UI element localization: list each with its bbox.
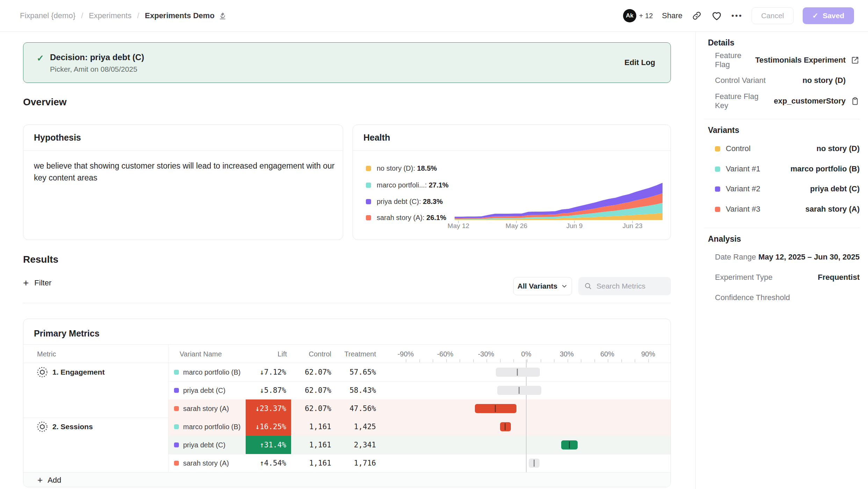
results-heading: Results: [23, 254, 58, 265]
metric-bullseye-icon: [36, 366, 48, 378]
col-variant: Variant Name: [180, 350, 222, 358]
metric-name: 1. Engagement: [52, 368, 104, 376]
saved-button[interactable]: ✓ Saved: [803, 7, 854, 24]
copy-link-icon[interactable]: [692, 10, 702, 21]
table-row[interactable]: priya debt (C) ↓5.87% 62.07% 58.43%: [23, 381, 671, 399]
breadcrumb-separator: /: [81, 11, 83, 20]
breadcrumb-separator: /: [137, 11, 139, 20]
hypothesis-title: Hypothesis: [34, 133, 81, 143]
table-header: Metric Variant Name Lift Control Treatme…: [23, 344, 671, 363]
avatar[interactable]: Ak: [623, 9, 636, 22]
variant-row-1: Variant #1 marco portfolio (B): [715, 164, 860, 174]
variant-dot: [174, 388, 179, 393]
plus-icon: +: [37, 475, 43, 486]
x-tick-label: Jun 23: [622, 222, 642, 230]
top-actions: Ak + 12 Share ••• Cancel ✓ Saved: [623, 7, 854, 24]
lift-value: ↓23.37%: [246, 399, 291, 418]
variant-dot: [174, 370, 179, 375]
variant-dot: [174, 424, 179, 429]
hypothesis-card: Hypothesis we believe that showing custo…: [23, 125, 343, 240]
variant-color-dot: [715, 186, 720, 192]
axis-label: 60%: [600, 350, 614, 358]
search-metrics-input[interactable]: [596, 282, 663, 290]
ci-marker: [534, 460, 535, 467]
plus-icon: +: [23, 279, 29, 287]
details-sidebar: Details Feature Flag Testimonials Experi…: [695, 32, 868, 489]
table-row[interactable]: sarah story (A) ↑4.54% 1,161 1,716: [23, 454, 671, 472]
metric-bullseye-icon: [36, 421, 48, 433]
variant-row-3: Variant #3 sarah story (A): [715, 204, 860, 214]
legend-dot-priya: [366, 199, 371, 204]
experiments-page: Fixpanel {demo} / Experiments / Experime…: [0, 0, 868, 489]
divider: [23, 303, 671, 303]
lift-value: ↑31.4%: [246, 436, 291, 454]
hypothesis-text: we believe that showing customer stories…: [34, 160, 341, 184]
lift-value: ↓16.25%: [246, 418, 291, 436]
variant-dot: [174, 442, 179, 447]
collaborators[interactable]: Ak + 12: [623, 9, 653, 22]
variant-name: priya debt (C): [183, 387, 225, 395]
treatment-value: 47.56%: [331, 404, 376, 413]
page-title: Experiments Demo: [145, 11, 215, 20]
breadcrumb-project[interactable]: Fixpanel {demo}: [20, 11, 75, 20]
divider: [704, 228, 860, 228]
primary-metrics-card: Primary Metrics Metric Variant Name Lift…: [23, 319, 671, 487]
legend-item: no story (D): 18.5%: [366, 164, 437, 172]
control-value: 1,161: [291, 441, 331, 449]
variant-color-dot: [715, 207, 720, 212]
add-metric-button[interactable]: + Add: [23, 472, 671, 487]
table-row[interactable]: sarah story (A) ↓23.37% 62.07% 47.56%: [23, 399, 671, 418]
variant-name: sarah story (A): [183, 459, 229, 467]
control-value: 62.07%: [291, 404, 331, 413]
control-value: 62.07%: [291, 368, 331, 376]
check-icon: ✓: [812, 12, 819, 20]
control-value: 62.07%: [291, 386, 331, 395]
ci-marker: [517, 369, 518, 376]
control-value: 1,161: [291, 423, 331, 431]
edit-log-button[interactable]: Edit Log: [624, 58, 655, 67]
search-metrics-box[interactable]: [578, 277, 671, 295]
ci-marker: [519, 387, 520, 394]
col-lift: Lift: [246, 350, 287, 358]
details-title: Details: [708, 38, 734, 48]
variant-name: priya debt (C): [183, 441, 225, 449]
decision-banner: ✓ Decision: priya debt (C) Picker, Amit …: [23, 42, 671, 83]
ci-marker: [495, 405, 496, 412]
collaborators-count[interactable]: + 12: [639, 12, 653, 20]
table-row[interactable]: 2. Sessions marco portfolio (B) ↓16.25% …: [23, 418, 671, 436]
feature-flag-row: Feature Flag Testimonials Experiment: [715, 55, 860, 65]
external-link-icon[interactable]: [851, 56, 860, 65]
legend-item: marco portfoli...: 27.1%: [366, 181, 449, 189]
col-control: Control: [291, 350, 331, 358]
clipboard-icon[interactable]: [851, 97, 860, 106]
more-options-icon[interactable]: •••: [731, 11, 743, 20]
variant-row-control: Control no story (D): [715, 143, 860, 154]
confidence-threshold-row: Confidence Threshold: [715, 292, 860, 303]
table-row[interactable]: priya debt (C) ↑31.4% 1,161 2,341: [23, 436, 671, 454]
add-filter-button[interactable]: + Filter: [23, 278, 51, 288]
health-title: Health: [363, 133, 390, 143]
cancel-button[interactable]: Cancel: [752, 7, 793, 24]
share-button[interactable]: Share: [662, 11, 682, 20]
all-variants-dropdown[interactable]: All Variants: [513, 277, 572, 295]
top-bar: Fixpanel {demo} / Experiments / Experime…: [0, 0, 868, 32]
treatment-value: 1,425: [331, 423, 376, 431]
breadcrumb: Fixpanel {demo} / Experiments / Experime…: [20, 11, 227, 20]
health-stacked-area-chart: [455, 181, 663, 224]
col-treatment: Treatment: [331, 350, 376, 358]
control-value: 1,161: [291, 459, 331, 467]
variant-color-dot: [715, 146, 720, 151]
table-row[interactable]: 1. Engagement marco portfolio (B) ↓7.12%…: [23, 363, 671, 381]
lift-value: ↑4.54%: [246, 454, 291, 472]
treatment-value: 58.43%: [331, 386, 376, 395]
ci-marker: [505, 423, 506, 430]
breadcrumb-experiments[interactable]: Experiments: [89, 11, 131, 20]
decision-title: Decision: priya debt (C): [50, 52, 144, 62]
x-tick-label: Jun 9: [566, 222, 583, 230]
divider: [704, 119, 860, 119]
date-range-row: Date Range May 12, 2025 – Jun 30, 2025: [715, 252, 860, 262]
favorite-heart-icon[interactable]: [711, 10, 722, 21]
axis-label: -30%: [478, 350, 494, 358]
col-metric: Metric: [37, 350, 56, 358]
variant-dot: [174, 406, 179, 411]
